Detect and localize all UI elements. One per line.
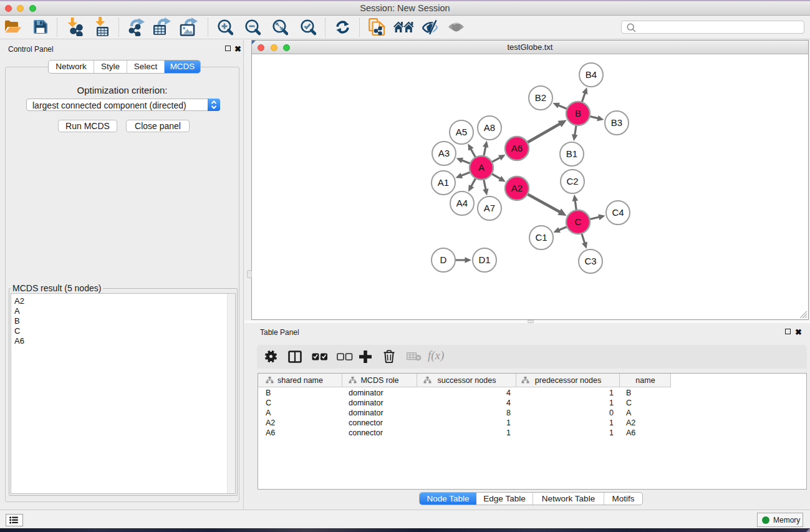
- svg-text:A2: A2: [511, 183, 523, 193]
- svg-text:D1: D1: [478, 254, 490, 265]
- svg-text:A4: A4: [456, 198, 468, 208]
- svg-text:B1: B1: [566, 148, 577, 159]
- svg-text:B: B: [575, 108, 581, 118]
- svg-text:B3: B3: [611, 117, 622, 128]
- svg-text:C2: C2: [566, 176, 578, 186]
- svg-text:A: A: [478, 162, 485, 173]
- svg-text:A7: A7: [484, 203, 495, 213]
- svg-text:C4: C4: [612, 207, 624, 218]
- svg-text:A5: A5: [456, 127, 467, 137]
- svg-text:A3: A3: [438, 148, 450, 158]
- svg-text:B2: B2: [535, 92, 546, 103]
- svg-text:A8: A8: [484, 122, 495, 133]
- svg-text:C3: C3: [584, 256, 596, 266]
- svg-text:C: C: [575, 216, 582, 227]
- svg-text:D: D: [440, 254, 447, 265]
- svg-text:B4: B4: [586, 69, 597, 80]
- svg-text:A1: A1: [438, 177, 449, 188]
- svg-text:A6: A6: [511, 143, 523, 153]
- svg-text:C1: C1: [535, 232, 547, 243]
